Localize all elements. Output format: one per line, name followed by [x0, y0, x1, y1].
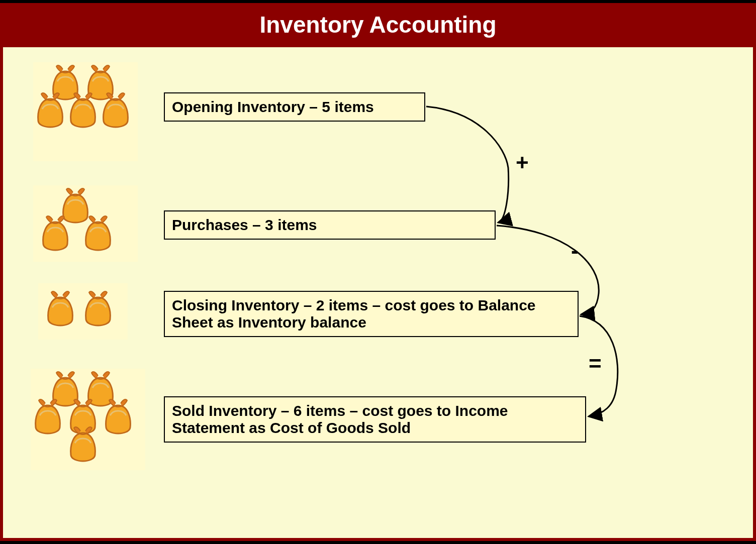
slide-frame: Inventory Accounting	[0, 0, 756, 544]
slide-title: Inventory Accounting	[3, 4, 753, 47]
slide: Inventory Accounting	[0, 3, 756, 541]
arrow-equals	[3, 47, 752, 529]
slide-content: Opening Inventory – 5 items Purchases – …	[3, 47, 753, 534]
operator-equals: =	[589, 351, 602, 376]
